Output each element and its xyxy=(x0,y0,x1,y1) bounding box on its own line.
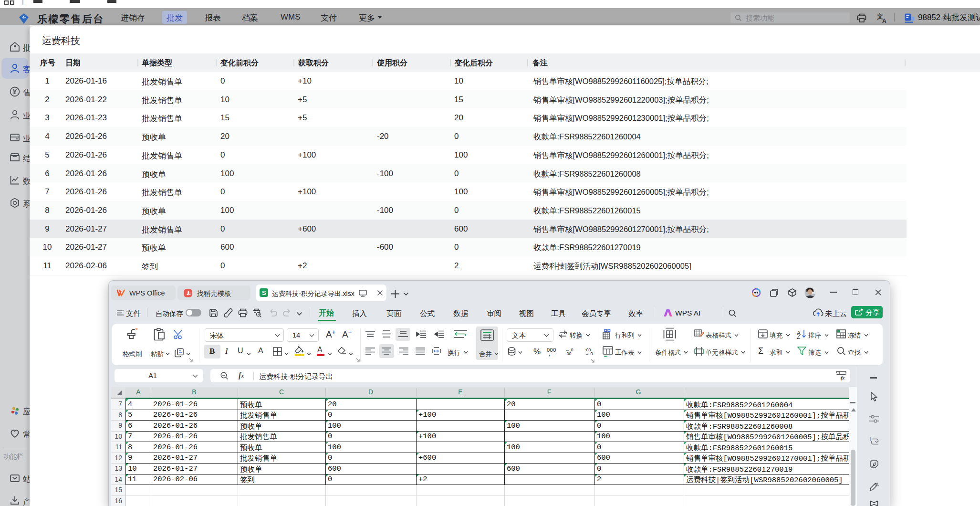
svg-text:→.0: →.0 xyxy=(585,351,593,356)
svg-text:A: A xyxy=(882,18,886,23)
svg-text:i: i xyxy=(870,437,871,442)
svg-text:Z: Z xyxy=(797,334,800,339)
svg-text:fx: fx xyxy=(841,375,844,380)
svg-text:.00: .00 xyxy=(565,351,572,356)
